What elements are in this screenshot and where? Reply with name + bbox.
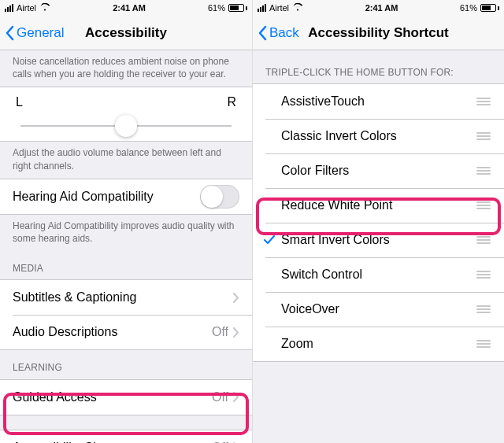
check-slot bbox=[264, 235, 281, 245]
clock: 2:41 AM bbox=[365, 3, 398, 13]
audio-desc-row[interactable]: Audio Descriptions Off bbox=[0, 315, 252, 349]
shortcut-list: AssistiveTouchClassic Invert ColorsColor… bbox=[253, 83, 504, 362]
accessibility-shortcut-label: Accessibility Shortcut bbox=[13, 441, 212, 444]
status-bar: Airtel 2:41 AM 61% bbox=[0, 0, 252, 16]
chevron-right-icon bbox=[233, 392, 239, 402]
shortcut-item-label: Color Filters bbox=[281, 164, 476, 178]
carrier-label: Airtel bbox=[17, 3, 36, 13]
shortcut-item[interactable]: Color Filters bbox=[253, 153, 504, 188]
back-label: General bbox=[17, 25, 64, 41]
shortcut-item[interactable]: AssistiveTouch bbox=[253, 84, 504, 119]
balance-footer: Adjust the audio volume balance between … bbox=[0, 142, 252, 178]
balance-left-label: L bbox=[16, 95, 23, 109]
back-button[interactable]: Back bbox=[253, 25, 299, 41]
battery-icon bbox=[228, 4, 247, 12]
signal-icon bbox=[5, 4, 13, 12]
shortcut-item[interactable]: Switch Control bbox=[253, 257, 504, 292]
subtitles-row[interactable]: Subtitles & Captioning bbox=[0, 280, 252, 315]
wifi-icon bbox=[39, 3, 50, 13]
chevron-left-icon bbox=[5, 25, 14, 41]
shortcut-item-label: AssistiveTouch bbox=[281, 94, 476, 109]
battery-pct: 61% bbox=[208, 3, 225, 13]
signal-icon bbox=[258, 4, 266, 12]
drag-handle-icon[interactable] bbox=[476, 167, 491, 175]
shortcut-item[interactable]: VoiceOver bbox=[253, 292, 504, 327]
balance-slider-group: L R bbox=[0, 87, 252, 142]
chevron-right-icon bbox=[233, 293, 239, 303]
drag-handle-icon[interactable] bbox=[476, 305, 491, 313]
shortcut-item-label: Switch Control bbox=[281, 268, 476, 282]
audio-desc-label: Audio Descriptions bbox=[13, 325, 212, 339]
shortcut-item-label: Reduce White Point bbox=[281, 198, 476, 212]
shortcut-item[interactable]: Classic Invert Colors bbox=[253, 119, 504, 153]
shortcut-item-label: Smart Invert Colors bbox=[281, 233, 476, 247]
nav-bar: Back Accessibility Shortcut bbox=[253, 16, 504, 50]
accessibility-shortcut-value: Off bbox=[212, 441, 228, 444]
wifi-icon bbox=[292, 3, 303, 13]
status-bar: Airtel 2:41 AM 61% bbox=[253, 0, 504, 16]
clock: 2:41 AM bbox=[113, 3, 146, 13]
guided-access-value: Off bbox=[212, 390, 228, 404]
drag-handle-icon[interactable] bbox=[476, 132, 491, 140]
subtitles-label: Subtitles & Captioning bbox=[13, 290, 233, 305]
guided-access-row[interactable]: Guided Access Off bbox=[0, 380, 252, 415]
guided-access-label: Guided Access bbox=[13, 390, 212, 404]
balance-slider[interactable] bbox=[20, 125, 232, 127]
hearing-aid-row[interactable]: Hearing Aid Compatibility bbox=[0, 179, 252, 214]
shortcut-item-label: Classic Invert Colors bbox=[281, 129, 476, 143]
drag-handle-icon[interactable] bbox=[476, 236, 491, 244]
carrier-label: Airtel bbox=[269, 3, 289, 13]
shortcut-item-label: VoiceOver bbox=[281, 302, 476, 316]
hearing-aid-toggle[interactable] bbox=[200, 185, 239, 209]
shortcut-item-label: Zoom bbox=[281, 337, 476, 351]
chevron-right-icon bbox=[233, 327, 239, 338]
drag-handle-icon[interactable] bbox=[476, 340, 491, 348]
audio-desc-value: Off bbox=[212, 325, 228, 339]
triple-click-header: TRIPLE-CLICK THE HOME BUTTON FOR: bbox=[253, 50, 504, 83]
back-label: Back bbox=[269, 25, 299, 41]
media-header: MEDIA bbox=[0, 251, 252, 279]
shortcut-item[interactable]: Reduce White Point bbox=[253, 188, 504, 223]
left-pane: Airtel 2:41 AM 61% General Accessibility… bbox=[0, 0, 252, 443]
slider-thumb[interactable] bbox=[115, 115, 137, 137]
balance-right-label: R bbox=[227, 95, 236, 109]
hearing-aid-label: Hearing Aid Compatibility bbox=[13, 190, 200, 204]
battery-icon bbox=[480, 4, 499, 12]
learning-header: LEARNING bbox=[0, 350, 252, 378]
noise-cancel-footer: Noise cancellation reduces ambient noise… bbox=[0, 50, 252, 87]
back-button[interactable]: General bbox=[0, 25, 64, 41]
drag-handle-icon[interactable] bbox=[476, 271, 491, 279]
accessibility-shortcut-row[interactable]: Accessibility Shortcut Off bbox=[0, 430, 252, 444]
shortcut-item[interactable]: Zoom bbox=[253, 327, 504, 361]
shortcut-item[interactable]: Smart Invert Colors bbox=[253, 223, 504, 257]
right-pane: Airtel 2:41 AM 61% Back Accessibility Sh… bbox=[252, 0, 504, 443]
check-icon bbox=[264, 235, 275, 245]
nav-bar: General Accessibility bbox=[0, 16, 252, 50]
drag-handle-icon[interactable] bbox=[476, 201, 491, 209]
drag-handle-icon[interactable] bbox=[476, 98, 491, 105]
battery-pct: 61% bbox=[460, 3, 477, 13]
chevron-left-icon bbox=[258, 25, 267, 41]
hearing-aid-footer: Hearing Aid Compatibility improves audio… bbox=[0, 215, 252, 251]
